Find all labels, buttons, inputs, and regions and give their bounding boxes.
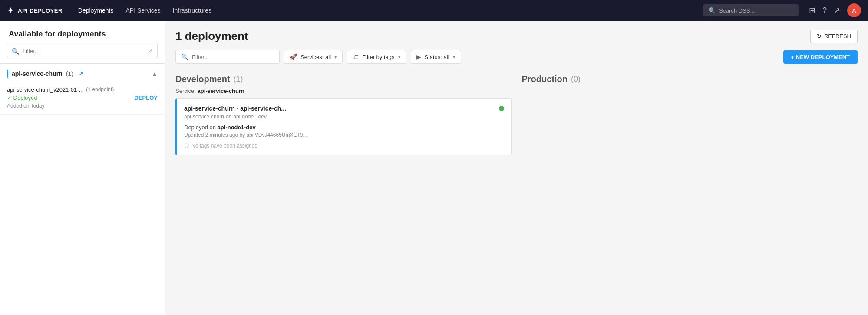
services-filter[interactable]: 🚀 Services: all ▾ [284,50,343,64]
nav-infrastructures[interactable]: Infrastructures [168,3,217,17]
deployment-card-tags: ⬡ No tags have been assigned [184,142,504,149]
deployment-tags-label: No tags have been assigned [191,143,257,149]
new-deployment-button[interactable]: + NEW DEPLOYMENT [783,50,858,64]
sidebar-item: api-service-churn_v2021-01-... (1 endpoi… [0,82,165,115]
app-title: API DEPLOYER [18,7,63,14]
deployment-node-name: api-node1-dev [218,124,256,131]
page-title: 1 deployment [175,30,810,43]
sidebar-deploy-button[interactable]: DEPLOY [135,95,158,101]
section-accent [7,70,8,78]
help-icon[interactable]: ? [822,6,827,15]
nav-deployments[interactable]: Deployments [73,3,119,17]
sidebar-item-actions: ✓ Deployed DEPLOY [7,95,158,101]
main-header: 1 deployment ↻ REFRESH [175,30,858,43]
sidebar-item-added: Added on Today [7,103,158,109]
topnav-icons: ⊞ ? ↗ A [809,3,861,17]
sidebar-collapse-icon[interactable]: ▲ [152,70,158,77]
app-logo[interactable]: ✦ API DEPLOYER [7,5,63,16]
search-input[interactable] [719,7,793,14]
sidebar-section-count: (1) [66,70,73,77]
development-column: Development (1) Service: api-service-chu… [175,74,512,155]
services-icon: 🚀 [290,53,297,60]
trend-icon[interactable]: ↗ [834,6,840,15]
nav-api-services[interactable]: API Services [121,3,166,17]
grid-icon[interactable]: ⊞ [809,6,815,15]
sidebar-item-name: api-service-churn_v2021-01-... [7,86,83,93]
tags-label: Filter by tags [362,54,394,60]
page-layout: Available for deployments 🔍 ⊿ api-servic… [0,21,868,315]
search-icon: 🔍 [708,7,716,14]
main-nav: Deployments API Services Infrastructures [73,3,217,17]
refresh-button[interactable]: ↻ REFRESH [810,30,858,43]
deployment-card-updated: Updated 2 minutes ago by api:VDvJ44665Um… [184,132,504,138]
global-search[interactable]: 🔍 [703,4,799,16]
sidebar-item-meta: (1 endpoint) [86,86,114,92]
deployment-card-header: api-service-churn - api-service-ch... [184,105,504,112]
sidebar-item-status: ✓ Deployed [7,95,37,101]
filter-icon[interactable]: ⊿ [147,47,153,55]
production-count: (0) [571,75,581,84]
sidebar-title: Available for deployments [0,21,165,44]
tags-icon: 🏷 [353,53,359,60]
services-caret: ▾ [334,54,337,60]
sidebar: Available for deployments 🔍 ⊿ api-servic… [0,21,165,315]
tags-filter[interactable]: 🏷 Filter by tags ▾ [347,50,406,64]
deployment-card-name: api-service-churn - api-service-ch... [184,105,495,112]
sidebar-section-name: api-service-churn [12,70,63,77]
logo-icon: ✦ [7,5,14,16]
sidebar-search-container[interactable]: 🔍 ⊿ [7,44,158,58]
development-service-label: Service: api-service-churn [175,88,512,94]
main-content: 1 deployment ↻ REFRESH 🔍 🚀 Services: all… [165,21,868,315]
production-title-text: Production [522,74,568,84]
status-caret: ▾ [453,54,455,60]
status-icon: ▶ [416,53,421,60]
deployment-card[interactable]: api-service-churn - api-service-ch... ap… [175,98,512,155]
deployment-search[interactable]: 🔍 [175,50,280,64]
deployment-status-dot [499,106,504,111]
sidebar-section-link[interactable]: ↗ [79,71,83,77]
status-filter[interactable]: ▶ Status: all ▾ [411,50,461,64]
status-label: Status: all [425,54,449,60]
sidebar-search-input[interactable] [23,48,144,54]
production-column: Production (0) [522,74,858,155]
tag-icon: ⬡ [184,142,189,149]
tags-caret: ▾ [398,54,401,60]
deployment-search-input[interactable] [192,54,274,60]
deployment-card-id: api-service-churn-on-api-node1-dev [184,114,504,120]
development-count: (1) [234,75,243,84]
deployment-card-deployed-on: Deployed on api-node1-dev [184,124,504,131]
refresh-icon: ↻ [817,33,822,39]
development-title-text: Development [175,74,230,84]
avatar[interactable]: A [847,3,861,17]
deployment-search-icon: 🔍 [181,53,188,60]
development-service-name: api-service-churn [198,88,244,94]
refresh-label: REFRESH [824,33,851,39]
services-label: Services: all [300,54,331,60]
filters-row: 🔍 🚀 Services: all ▾ 🏷 Filter by tags ▾ ▶… [175,50,858,64]
sidebar-section-header: api-service-churn (1) ↗ ▲ [0,64,165,82]
sidebar-search-icon: 🔍 [12,48,19,55]
topnav: ✦ API DEPLOYER Deployments API Services … [0,0,868,21]
production-column-title: Production (0) [522,74,858,84]
deployment-columns: Development (1) Service: api-service-chu… [175,74,858,155]
development-column-title: Development (1) [175,74,512,84]
